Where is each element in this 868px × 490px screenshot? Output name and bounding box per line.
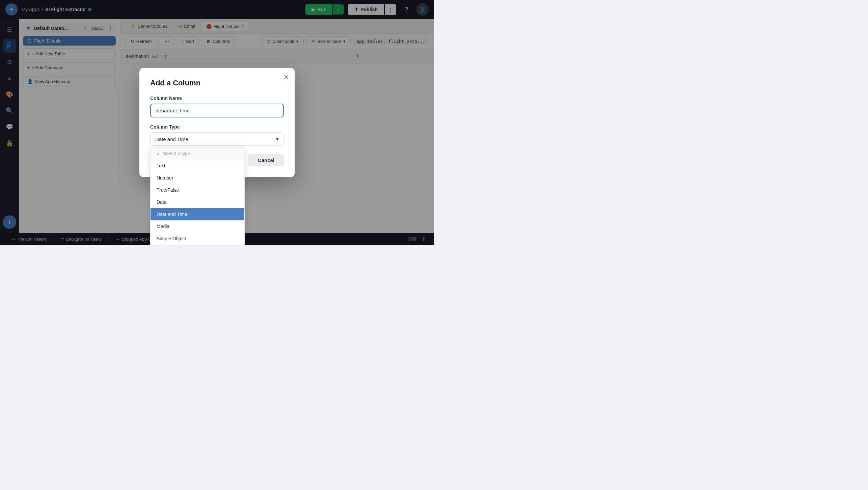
add-column-modal: ✕ Add a Column Column Name Column Type D… (139, 68, 295, 177)
column-type-label: Column Type (150, 124, 284, 130)
dropdown-item-number[interactable]: Number (151, 172, 244, 184)
modal-title: Add a Column (150, 79, 284, 87)
dropdown-item-text[interactable]: Text (151, 160, 244, 172)
placeholder-check-icon: ✓ (157, 151, 160, 156)
dropdown-item-truefalse[interactable]: True/False (151, 184, 244, 196)
dropdown-placeholder[interactable]: ✓ Select a type (151, 147, 244, 160)
modal-overlay: ✕ Add a Column Column Name Column Type D… (0, 0, 434, 245)
column-type-trigger[interactable]: Date and Time ▾ (150, 132, 284, 146)
dropdown-item-datetime[interactable]: Date and Time (151, 208, 244, 220)
column-type-select-wrapper: Date and Time ▾ ✓ Select a type Text Num… (150, 132, 284, 146)
column-type-dropdown: ✓ Select a type Text Number True/False D… (150, 147, 245, 245)
select-chevron: ▾ (276, 136, 279, 142)
dropdown-item-singlerow[interactable]: Single row from another table (151, 245, 244, 245)
selected-type-label: Date and Time (155, 136, 188, 142)
dropdown-item-media[interactable]: Media (151, 220, 244, 233)
modal-close-button[interactable]: ✕ (283, 73, 289, 81)
column-name-label: Column Name (150, 96, 284, 101)
dropdown-item-date[interactable]: Date (151, 196, 244, 208)
column-name-input[interactable] (150, 104, 284, 117)
cancel-button[interactable]: Cancel (248, 154, 284, 166)
dropdown-item-simpleobject[interactable]: Simple Object (151, 233, 244, 245)
